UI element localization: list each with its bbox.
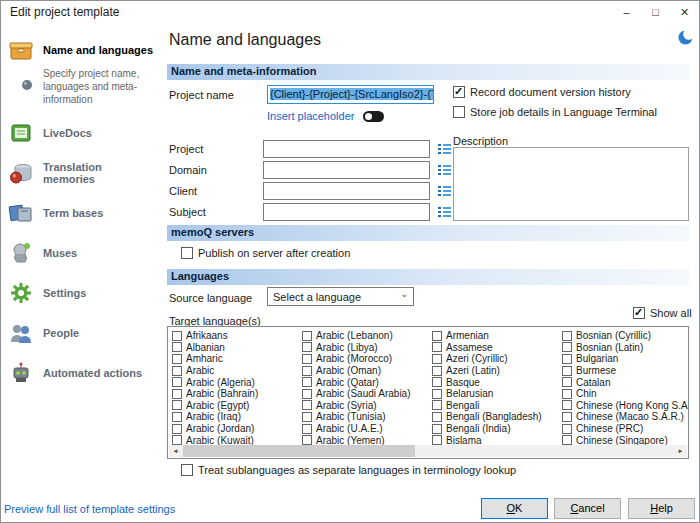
language-option[interactable]: Arabic (Qatar) (302, 376, 430, 388)
language-checkbox[interactable] (172, 331, 182, 341)
language-option[interactable]: Afrikaans (172, 330, 300, 342)
checkbox-icon[interactable] (181, 247, 193, 259)
language-option[interactable]: Arabic (U.A.E.) (302, 423, 430, 435)
language-checkbox[interactable] (302, 400, 312, 410)
scrollbar-thumb[interactable] (183, 445, 415, 457)
language-option[interactable]: Arabic (172, 365, 300, 377)
language-option[interactable]: Arabic (Tunisia) (302, 411, 430, 423)
language-checkbox[interactable] (302, 424, 312, 434)
language-option[interactable]: Arabic (Syria) (302, 400, 430, 412)
close-icon[interactable]: ✕ (670, 1, 699, 23)
language-checkbox[interactable] (302, 435, 312, 445)
insert-placeholder-toggle[interactable] (363, 111, 384, 122)
language-checkbox[interactable] (302, 389, 312, 399)
language-option[interactable]: Chinese (Macao S.A.R.) (562, 411, 689, 423)
language-checkbox[interactable] (172, 342, 182, 352)
source-language-dropdown[interactable]: Select a language (267, 287, 414, 306)
language-checkbox[interactable] (172, 366, 182, 376)
language-checkbox[interactable] (562, 354, 572, 364)
language-option[interactable]: Bengali (India) (432, 423, 560, 435)
language-option[interactable]: Bulgarian (562, 353, 689, 365)
language-option[interactable]: Bosnian (Cyrillic) (562, 330, 689, 342)
language-checkbox[interactable] (172, 400, 182, 410)
horizontal-scrollbar[interactable] (169, 445, 687, 457)
subject-input[interactable] (263, 203, 430, 221)
language-option[interactable]: Chinese (PRC) (562, 423, 689, 435)
language-checkbox[interactable] (562, 400, 572, 410)
language-checkbox[interactable] (432, 424, 442, 434)
sidebar-item-automated-actions[interactable]: Automated actions (1, 356, 161, 390)
language-checkbox[interactable] (172, 435, 182, 445)
language-option[interactable]: Chinese (Hong Kong S.A.R.) (562, 400, 689, 412)
maximize-icon[interactable]: □ (641, 1, 670, 23)
scroll-right-icon[interactable] (674, 445, 687, 457)
language-option[interactable]: Assamese (432, 342, 560, 354)
language-option[interactable]: Arabic (Jordan) (172, 423, 300, 435)
language-checkbox[interactable] (432, 354, 442, 364)
insert-placeholder-link[interactable]: Insert placeholder (267, 110, 354, 122)
sidebar-item-term-bases[interactable]: Term bases (1, 196, 161, 230)
language-option[interactable]: Arabic (Egypt) (172, 400, 300, 412)
language-checkbox[interactable] (432, 400, 442, 410)
language-checkbox[interactable] (302, 412, 312, 422)
description-textarea[interactable] (453, 147, 689, 221)
language-option[interactable]: Arabic (Bahrain) (172, 388, 300, 400)
language-option[interactable]: Arabic (Algeria) (172, 376, 300, 388)
language-checkbox[interactable] (302, 331, 312, 341)
language-option[interactable]: Albanian (172, 342, 300, 354)
checkbox-icon[interactable] (453, 106, 465, 118)
minimize-icon[interactable]: – (612, 1, 641, 23)
sidebar-item-muses[interactable]: Muses (1, 236, 161, 270)
checkbox-icon[interactable] (633, 307, 645, 319)
language-checkbox[interactable] (302, 354, 312, 364)
language-option[interactable]: Arabic (Lebanon) (302, 330, 430, 342)
subject-list-picker-icon[interactable] (436, 205, 453, 220)
language-checkbox[interactable] (562, 424, 572, 434)
language-checkbox[interactable] (172, 424, 182, 434)
publish-on-server-checkbox[interactable]: Publish on server after creation (181, 247, 350, 260)
language-checkbox[interactable] (432, 331, 442, 341)
ok-button[interactable]: OK (481, 498, 548, 519)
language-option[interactable]: Chin (562, 388, 689, 400)
sidebar-item-name-and-languages[interactable]: Name and languages (1, 33, 161, 67)
language-checkbox[interactable] (562, 331, 572, 341)
language-checkbox[interactable] (172, 389, 182, 399)
language-checkbox[interactable] (562, 435, 572, 445)
project-name-input[interactable]: {Client}-{Project}-{SrcLangIso2}-{TrgL (267, 85, 434, 104)
language-checkbox[interactable] (302, 377, 312, 387)
sidebar-item-people[interactable]: People (1, 316, 161, 350)
language-option[interactable]: Arabic (Morocco) (302, 353, 430, 365)
language-checkbox[interactable] (432, 435, 442, 445)
language-checkbox[interactable] (562, 389, 572, 399)
language-option[interactable]: Burmese (562, 365, 689, 377)
language-checkbox[interactable] (432, 342, 442, 352)
language-option[interactable]: Bosnian (Latin) (562, 342, 689, 354)
help-button[interactable]: Help (628, 498, 695, 519)
preview-template-settings-link[interactable]: Preview full list of template settings (4, 503, 175, 515)
treat-sublanguages-checkbox[interactable]: Treat sublanguages as separate languages… (181, 464, 516, 477)
checkbox-icon[interactable] (453, 86, 465, 98)
language-checkbox[interactable] (432, 377, 442, 387)
sidebar-item-livedocs[interactable]: LiveDocs (1, 116, 161, 150)
language-checkbox[interactable] (562, 342, 572, 352)
language-checkbox[interactable] (172, 354, 182, 364)
sidebar-item-translation-memories[interactable]: Translation memories (1, 156, 161, 190)
checkbox-icon[interactable] (181, 464, 193, 476)
language-option[interactable]: Amharic (172, 353, 300, 365)
language-checkbox[interactable] (562, 412, 572, 422)
language-option[interactable]: Bengali (432, 400, 560, 412)
language-option[interactable]: Arabic (Iraq) (172, 411, 300, 423)
project-list-picker-icon[interactable] (436, 142, 453, 157)
language-checkbox[interactable] (302, 366, 312, 376)
language-option[interactable]: Bengali (Bangladesh) (432, 411, 560, 423)
language-option[interactable]: Arabic (Oman) (302, 365, 430, 377)
language-option[interactable]: Basque (432, 376, 560, 388)
language-option[interactable]: Armenian (432, 330, 560, 342)
client-list-picker-icon[interactable] (436, 184, 453, 199)
domain-input[interactable] (263, 161, 430, 179)
language-option[interactable]: Belarusian (432, 388, 560, 400)
language-checkbox[interactable] (302, 342, 312, 352)
scroll-left-icon[interactable] (169, 445, 182, 457)
client-input[interactable] (263, 182, 430, 200)
language-checkbox[interactable] (432, 389, 442, 399)
